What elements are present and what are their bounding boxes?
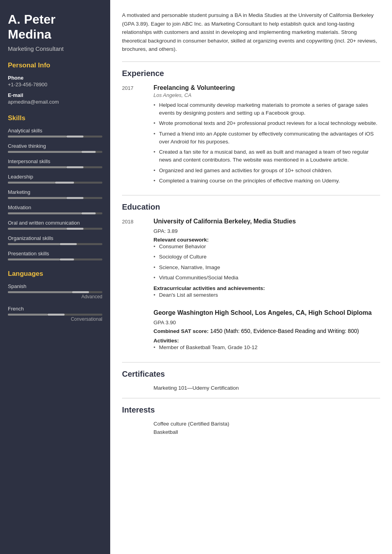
email-label: E-mail <box>8 92 102 98</box>
interests-title: Interests <box>122 405 380 415</box>
name-line2: Medina <box>8 27 51 41</box>
skill-item: Analytical skills <box>8 128 102 138</box>
skill-name: Leadership <box>8 174 102 180</box>
experience-entries: 2017 Freelancing & Volunteering Los Ange… <box>122 84 380 187</box>
entry-org: Freelancing & Volunteering <box>153 84 380 91</box>
entry-content: Freelancing & Volunteering Los Angeles, … <box>153 84 380 187</box>
language-name: French <box>8 306 102 312</box>
skill-bar <box>8 243 102 245</box>
education-entries: 2018 University of California Berkeley, … <box>122 218 380 354</box>
activities-list: Member of Basketball Team, Grade 10-12 <box>153 344 380 351</box>
skill-item: Oral and written communication <box>8 220 102 230</box>
divider-education <box>122 195 380 195</box>
languages-list: Spanish Advanced French Conversational <box>8 283 102 322</box>
skill-item: Creative thinking <box>8 143 102 153</box>
skill-bar <box>8 228 102 230</box>
divider-interests <box>122 398 380 398</box>
skill-name: Analytical skills <box>8 128 102 134</box>
list-item: Turned a friend into an Apple customer b… <box>153 130 380 146</box>
activities-label: Activities: <box>153 337 380 344</box>
skill-item: Leadership <box>8 174 102 184</box>
certificates-title: Certificates <box>122 370 380 379</box>
entry-content: University of California Berkeley, Media… <box>153 218 380 301</box>
language-name: Spanish <box>8 283 102 289</box>
email-value: apmedina@email.com <box>8 99 102 105</box>
skill-bar <box>8 166 102 168</box>
coursework-list: Consumer BehaviorSociology of CultureSci… <box>153 243 380 282</box>
skill-name: Creative thinking <box>8 143 102 149</box>
language-item: Spanish Advanced <box>8 283 102 299</box>
interest-item: Basketball <box>153 429 380 435</box>
interests-list: Coffee culture (Certified Barista)Basket… <box>122 421 380 435</box>
skill-name: Oral and written communication <box>8 220 102 226</box>
entry-org: George Washington High School, Los Angel… <box>153 309 380 316</box>
sat-label: Combined SAT score: 1450 (Math: 650, Evi… <box>153 328 380 334</box>
skill-bar <box>8 136 102 138</box>
list-item: Helped local community develop marketing… <box>153 101 380 117</box>
list-item: Created a fan site for a musical band, a… <box>153 148 380 164</box>
skill-item: Presentation skills <box>8 251 102 260</box>
skill-name: Interpersonal skills <box>8 158 102 164</box>
education-entry: George Washington High School, Los Angel… <box>122 309 380 354</box>
skill-name: Marketing <box>8 189 102 195</box>
list-item: Dean's List all semesters <box>153 291 380 299</box>
entry-year: 2017 <box>122 84 153 187</box>
phone-value: +1-23-456-78900 <box>8 82 102 87</box>
list-item: Completed a training course on the princ… <box>153 177 380 185</box>
skill-item: Marketing <box>8 189 102 199</box>
edu-gpa: GPA 3.90 <box>153 320 380 325</box>
divider-experience <box>122 61 380 62</box>
education-title: Education <box>122 203 380 212</box>
skill-bar <box>8 197 102 199</box>
personal-info-title: Personal Info <box>8 61 102 69</box>
skill-bar <box>8 151 102 153</box>
edu-gpa: GPA: 3.89 <box>153 228 380 234</box>
list-item: Virtual Communities/Social Media <box>153 274 380 282</box>
entry-location: Los Angeles, CA <box>153 92 380 98</box>
list-item: Sociology of Culture <box>153 253 380 261</box>
skill-item: Motivation <box>8 204 102 214</box>
skill-name: Presentation skills <box>8 251 102 257</box>
experience-title: Experience <box>122 69 380 78</box>
entry-bullets: Helped local community develop marketing… <box>153 101 380 185</box>
divider-certificates <box>122 362 380 363</box>
experience-entry: 2017 Freelancing & Volunteering Los Ange… <box>122 84 380 187</box>
phone-label: Phone <box>8 75 102 81</box>
language-item: French Conversational <box>8 306 102 322</box>
skill-item: Organizational skills <box>8 235 102 245</box>
language-bar <box>8 291 102 293</box>
summary-text: A motivated and personable student pursu… <box>122 11 380 54</box>
extra-label: Extracurricular activities and achieveme… <box>153 285 380 291</box>
name-line1: A. Peter <box>8 12 55 26</box>
sidebar: A. Peter Medina Marketing Consultant Per… <box>0 0 110 554</box>
interest-item: Coffee culture (Certified Barista) <box>153 421 380 427</box>
candidate-title: Marketing Consultant <box>8 45 102 52</box>
skill-bar <box>8 212 102 214</box>
entry-year: 2018 <box>122 218 153 301</box>
skills-title: Skills <box>8 114 102 122</box>
list-item: Wrote promotional texts and 20+ professi… <box>153 119 380 127</box>
skill-bar <box>8 182 102 184</box>
entry-year <box>122 309 153 354</box>
skill-item: Interpersonal skills <box>8 158 102 168</box>
coursework-label: Relevant coursework: <box>153 236 380 243</box>
certificate-item: Marketing 101—Udemy Certification <box>153 385 380 391</box>
certificates-list: Marketing 101—Udemy Certification <box>122 385 380 391</box>
skill-name: Motivation <box>8 204 102 210</box>
extra-list: Dean's List all semesters <box>153 291 380 299</box>
skills-list: Analytical skills Creative thinking Inte… <box>8 128 102 260</box>
skill-name: Organizational skills <box>8 235 102 241</box>
list-item: Science, Narrative, Image <box>153 264 380 271</box>
language-level: Advanced <box>8 294 102 299</box>
candidate-name: A. Peter Medina <box>8 12 102 42</box>
language-bar <box>8 314 102 316</box>
entry-content: George Washington High School, Los Angel… <box>153 309 380 354</box>
list-item: Consumer Behavior <box>153 243 380 251</box>
main-content: A motivated and personable student pursu… <box>110 0 392 554</box>
list-item: Member of Basketball Team, Grade 10-12 <box>153 344 380 351</box>
entry-org: University of California Berkeley, Media… <box>153 218 380 225</box>
language-level: Conversational <box>8 316 102 322</box>
languages-title: Languages <box>8 270 102 278</box>
skill-bar <box>8 258 102 260</box>
list-item: Organized and led games and activities f… <box>153 167 380 175</box>
